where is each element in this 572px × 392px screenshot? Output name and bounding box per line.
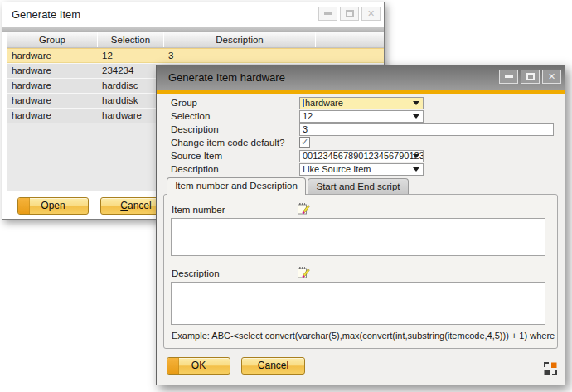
minimize-icon [505, 75, 513, 78]
close-button[interactable]: ✕ [361, 7, 381, 21]
cell-group[interactable]: hardware [7, 49, 98, 62]
description2-value: Like Source Item [303, 164, 371, 174]
table-header: Group Selection Description [7, 32, 384, 48]
minimize-icon [324, 12, 332, 15]
group-dropdown[interactable]: hardware [299, 97, 424, 109]
selection-label: Selection [171, 110, 210, 123]
example-hint-text: Example: ABC-<select convert(varchar(5),… [172, 331, 555, 341]
cell-description[interactable]: 3 [164, 49, 316, 62]
tab-start-and-end-script[interactable]: Start and End script [308, 178, 409, 195]
cell-group[interactable]: hardware [7, 79, 98, 93]
titlebar[interactable]: Generate Item hardware ✕ [157, 65, 565, 90]
chevron-down-icon[interactable] [413, 114, 419, 119]
close-icon: ✕ [367, 9, 375, 18]
group-value: hardware [305, 98, 343, 108]
cell-selection[interactable]: hardware [98, 109, 164, 123]
description-input[interactable]: 3 [299, 123, 554, 136]
description-value: 3 [303, 124, 308, 134]
cell-group[interactable]: hardware [7, 109, 98, 123]
cell-group[interactable]: hardware [7, 64, 98, 78]
chevron-down-icon[interactable] [413, 167, 419, 172]
selection-dropdown[interactable]: 12 [299, 110, 424, 123]
description-textarea[interactable] [171, 282, 545, 325]
check-icon: ✓ [301, 137, 308, 147]
change-item-code-checkbox[interactable]: ✓ [299, 137, 310, 148]
maximize-icon [526, 73, 535, 80]
minimize-button[interactable] [499, 70, 518, 84]
open-button-label: Open [41, 200, 65, 211]
titlebar[interactable]: Generate Item ✕ [2, 2, 384, 27]
maximize-icon [346, 10, 354, 17]
table-row[interactable]: hardware 12 3 [7, 48, 384, 63]
close-button[interactable]: ✕ [542, 70, 561, 84]
source-item-label: Source Item [171, 150, 222, 162]
description2-label: Description [171, 163, 219, 176]
window-title: Generate Item [12, 8, 80, 21]
accent-bar [157, 90, 565, 94]
cell-selection[interactable]: 234234 [98, 64, 164, 78]
selection-value: 12 [303, 111, 313, 121]
tab-content-panel: Item number Description Example: ABC-<se… [163, 194, 558, 349]
item-number-label: Item number [172, 205, 225, 215]
source-item-dropdown[interactable]: 00123456789012345679012345 [299, 150, 424, 162]
column-header-group[interactable]: Group [7, 32, 98, 47]
change-item-code-label: Change item code default? [171, 137, 284, 149]
cancel-button-label: Cancel [258, 360, 288, 371]
maximize-button[interactable] [340, 7, 359, 21]
resize-grip-icon[interactable] [544, 362, 557, 375]
description2-dropdown[interactable]: Like Source Item [299, 163, 424, 176]
column-header-description[interactable]: Description [164, 32, 316, 47]
group-label: Group [171, 97, 197, 109]
description-box-label: Description [172, 269, 220, 278]
chevron-down-icon[interactable] [413, 154, 419, 158]
ok-button-label: OK [191, 360, 206, 371]
ok-button[interactable]: OK [167, 357, 230, 375]
cancel-button[interactable]: Cancel [241, 357, 305, 375]
tab-item-number-and-description[interactable]: Item number and Description [167, 177, 306, 195]
dialog-title: Generate Item hardware [168, 71, 285, 84]
source-item-value: 00123456789012345679012345 [303, 151, 424, 161]
description-label: Description [171, 123, 219, 136]
text-cursor [303, 99, 304, 107]
maximize-button[interactable] [521, 70, 540, 84]
column-header-filler [316, 32, 384, 47]
cell-group[interactable]: hardware [7, 94, 98, 108]
item-number-textarea[interactable] [171, 218, 545, 256]
edit-icon[interactable] [297, 202, 310, 215]
generate-item-hardware-dialog: Generate Item hardware ✕ Group hardware … [156, 65, 565, 385]
column-header-selection[interactable]: Selection [98, 32, 164, 47]
minimize-button[interactable] [318, 7, 337, 21]
edit-icon[interactable] [297, 266, 310, 279]
cell-selection[interactable]: harddisk [98, 94, 164, 108]
chevron-down-icon[interactable] [413, 101, 419, 105]
cancel-button-label: Cancel [120, 200, 151, 211]
open-button[interactable]: Open [17, 197, 89, 215]
cell-selection[interactable]: 12 [98, 49, 164, 62]
cell-selection[interactable]: harddisc [98, 79, 164, 93]
close-icon: ✕ [548, 72, 555, 81]
